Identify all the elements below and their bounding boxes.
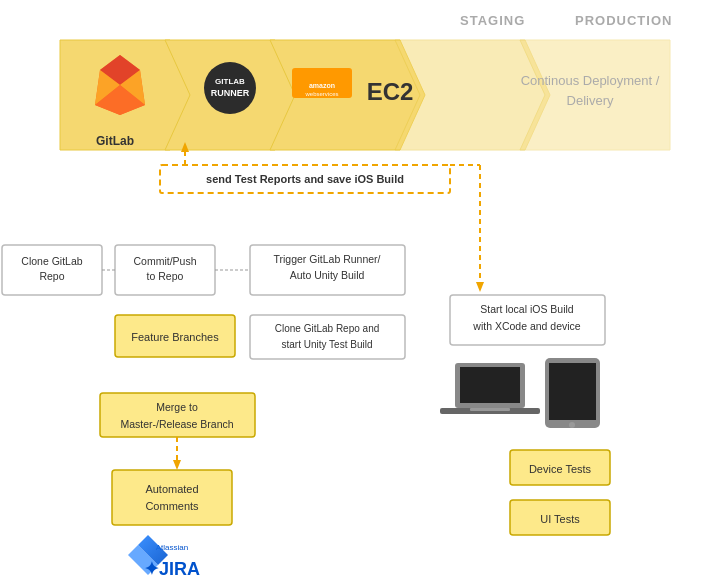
svg-rect-42 (510, 500, 610, 535)
svg-rect-36 (440, 408, 540, 414)
svg-text:webservices: webservices (304, 91, 338, 97)
svg-marker-0 (60, 40, 195, 150)
trigger-runner-label: Trigger GitLab Runner/ (274, 253, 381, 265)
svg-rect-26 (115, 315, 235, 357)
svg-rect-15 (292, 68, 352, 98)
svg-rect-41 (510, 450, 610, 485)
svg-marker-11 (120, 85, 145, 115)
svg-rect-32 (112, 470, 232, 525)
svg-rect-24 (2, 245, 102, 295)
svg-rect-39 (549, 363, 596, 420)
clone-unity-label2: start Unity Test Build (282, 339, 373, 350)
merge-release-label: Master-/Release Branch (120, 418, 233, 430)
svg-marker-1 (165, 40, 300, 150)
svg-marker-7 (100, 55, 120, 85)
ios-build-label2: with XCode and device (472, 320, 581, 332)
automated-comments-label2: Comments (145, 500, 199, 512)
svg-marker-2 (270, 40, 425, 150)
ios-build-label: Start local iOS Build (480, 303, 574, 315)
atlassian-label: Atlassian (156, 543, 188, 552)
svg-marker-31 (173, 460, 181, 470)
automated-comments-label: Automated (145, 483, 198, 495)
svg-marker-9 (120, 70, 145, 105)
svg-rect-18 (160, 165, 450, 193)
continuous-label: Continous Deployment / (521, 73, 660, 88)
svg-rect-28 (250, 315, 405, 359)
svg-marker-6 (120, 55, 140, 85)
clone-repo-label: Clone GitLab (21, 255, 82, 267)
svg-marker-4 (520, 40, 670, 150)
svg-rect-29 (100, 393, 255, 437)
production-label: PRODUCTION (575, 13, 672, 28)
jira-label: ✦JIRA (144, 559, 200, 579)
svg-marker-8 (95, 70, 120, 105)
svg-text:GITLAB: GITLAB (215, 77, 245, 86)
svg-rect-35 (460, 367, 520, 403)
svg-marker-3 (395, 40, 550, 150)
svg-marker-10 (95, 85, 120, 115)
gitlab-label: GitLab (96, 134, 134, 148)
clone-repo-label2: Repo (39, 270, 64, 282)
ui-tests-label: UI Tests (540, 513, 580, 525)
svg-marker-20 (181, 142, 189, 152)
svg-point-12 (204, 62, 256, 114)
ec2-label: EC2 (367, 78, 414, 105)
device-tests-label: Device Tests (529, 463, 592, 475)
svg-rect-34 (455, 363, 525, 408)
svg-text:amazon: amazon (309, 82, 335, 89)
svg-point-40 (569, 422, 575, 428)
svg-rect-37 (470, 408, 510, 411)
delivery-label: Delivery (567, 93, 614, 108)
trigger-runner-label2: Auto Unity Build (290, 269, 365, 281)
svg-marker-5 (95, 55, 145, 115)
feature-branches-label: Feature Branches (131, 331, 219, 343)
svg-rect-25 (115, 245, 215, 295)
merge-master-label: Merge to (156, 401, 198, 413)
svg-rect-27 (250, 245, 405, 295)
clone-unity-label: Clone GitLab Repo and (275, 323, 380, 334)
svg-rect-38 (545, 358, 600, 428)
svg-text:RUNNER: RUNNER (211, 88, 250, 98)
commit-push-label: Commit/Push (133, 255, 196, 267)
commit-push-label2: to Repo (147, 270, 184, 282)
staging-label: STAGING (460, 13, 525, 28)
send-reports-label: send Test Reports and save iOS Build (206, 173, 404, 185)
svg-marker-23 (476, 282, 484, 292)
svg-rect-33 (450, 295, 605, 345)
